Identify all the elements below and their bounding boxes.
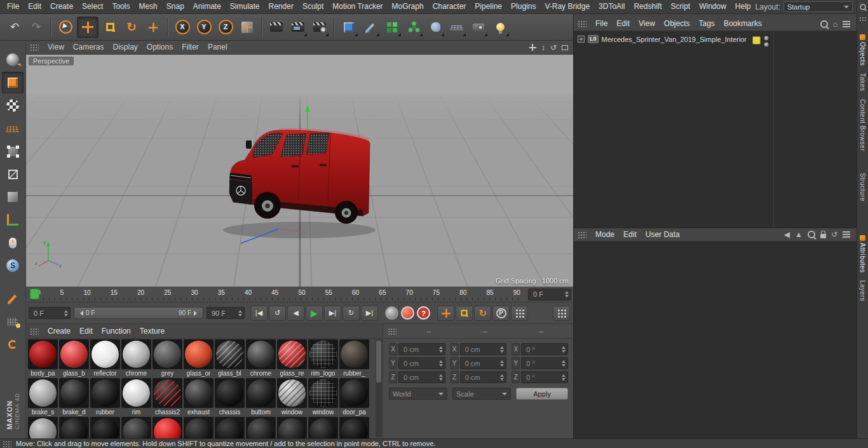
next-frame-button[interactable]: ▶| bbox=[324, 306, 341, 321]
edges-mode-button[interactable] bbox=[2, 163, 24, 185]
menu-create[interactable]: Create bbox=[46, 0, 78, 13]
render-view-button[interactable] bbox=[266, 17, 287, 37]
texture-mode-button[interactable] bbox=[2, 95, 24, 116]
add-light-button[interactable] bbox=[490, 17, 510, 37]
coord-rotation-z-field[interactable]: 0 ° bbox=[521, 371, 568, 383]
panel-drag-handle[interactable] bbox=[30, 44, 39, 51]
mode-select[interactable]: Scale bbox=[452, 388, 511, 400]
material-item[interactable] bbox=[214, 417, 245, 438]
live-selection-tool[interactable] bbox=[55, 17, 76, 37]
stepper-icon[interactable] bbox=[439, 374, 443, 381]
lock-x-button[interactable]: X bbox=[172, 17, 193, 37]
stepper-icon[interactable] bbox=[439, 346, 443, 353]
material-item[interactable]: body_pa bbox=[27, 339, 58, 377]
search-icon[interactable] bbox=[808, 231, 815, 238]
tab-content-browser[interactable]: Content Browser bbox=[859, 99, 866, 151]
material-item[interactable] bbox=[90, 417, 121, 438]
material-item[interactable]: window bbox=[308, 378, 339, 416]
scale-tool[interactable] bbox=[100, 17, 120, 37]
menu-3dtoall[interactable]: 3DToAll bbox=[594, 0, 629, 13]
coord-size-x-field[interactable]: 0 cm bbox=[460, 343, 507, 355]
material-item[interactable] bbox=[276, 417, 308, 438]
preview-range-slider[interactable]: 0 F 90 F bbox=[74, 307, 203, 319]
render-settings-button[interactable] bbox=[309, 17, 330, 37]
attribute-menu-mode[interactable]: Mode bbox=[591, 228, 619, 241]
menu-edit[interactable]: Edit bbox=[24, 0, 46, 13]
coord-rotation-x-field[interactable]: 0 ° bbox=[521, 343, 568, 355]
tab-attributes[interactable]: Attributes bbox=[859, 235, 866, 273]
material-item[interactable] bbox=[121, 417, 152, 438]
object-menu-objects[interactable]: Objects bbox=[660, 17, 695, 31]
autokey-button[interactable] bbox=[401, 306, 414, 320]
viewport-canvas[interactable]: Y x z Perspective Grid Spacing : 1000 cm bbox=[26, 55, 573, 287]
object-menu-tags[interactable]: Tags bbox=[695, 17, 719, 31]
material-item[interactable]: grey bbox=[152, 339, 183, 377]
add-floor-button[interactable] bbox=[447, 17, 467, 37]
range-start-field[interactable]: 0 F bbox=[29, 307, 71, 319]
timeline-ruler[interactable]: 051015202530354045505560657075808590 bbox=[28, 287, 526, 302]
magnet-tool-button[interactable] bbox=[2, 334, 24, 355]
menu-motion-tracker[interactable]: Motion Tracker bbox=[328, 0, 387, 13]
add-cube-button[interactable] bbox=[339, 17, 359, 37]
undo-button[interactable]: ↶ bbox=[4, 17, 25, 37]
add-volume-button[interactable] bbox=[425, 17, 445, 37]
pan-view-icon[interactable] bbox=[529, 44, 536, 51]
material-item[interactable] bbox=[183, 417, 214, 438]
add-simulation-button[interactable] bbox=[403, 17, 424, 37]
material-item[interactable]: glass_re bbox=[276, 339, 308, 377]
menu-animate[interactable]: Animate bbox=[189, 0, 226, 13]
stepper-icon[interactable] bbox=[562, 374, 566, 381]
coord-position-y-field[interactable]: 0 cm bbox=[398, 357, 445, 369]
menu-window[interactable]: Window bbox=[695, 0, 731, 13]
expand-icon[interactable] bbox=[578, 36, 585, 43]
menu-tools[interactable]: Tools bbox=[107, 0, 134, 13]
material-item[interactable]: chassis bbox=[214, 378, 245, 416]
object-menu-file[interactable]: File bbox=[591, 17, 612, 31]
menu-v-ray-bridge[interactable]: V-Ray Bridge bbox=[540, 0, 594, 13]
stepper-icon[interactable] bbox=[64, 310, 68, 316]
coordinate-system-button[interactable] bbox=[237, 17, 257, 37]
previous-frame-button[interactable]: ◀ bbox=[287, 306, 304, 321]
material-item[interactable]: reflector bbox=[90, 339, 121, 377]
coord-position-x-field[interactable]: 0 cm bbox=[398, 343, 445, 355]
material-item[interactable]: chrome bbox=[121, 339, 152, 377]
material-item[interactable]: brake_d bbox=[58, 378, 90, 416]
menu-plugins[interactable]: Plugins bbox=[506, 0, 540, 13]
stepper-icon[interactable] bbox=[238, 310, 242, 316]
lock-y-button[interactable]: Y bbox=[194, 17, 214, 37]
layer-color-chip[interactable] bbox=[752, 36, 761, 44]
search-icon[interactable] bbox=[820, 20, 828, 28]
goto-end-button[interactable]: ▶| bbox=[361, 306, 378, 321]
stepper-icon[interactable] bbox=[500, 374, 504, 381]
menu-file[interactable]: File bbox=[3, 0, 24, 13]
range-left-arrow-icon[interactable] bbox=[78, 311, 83, 316]
menu-redshift[interactable]: Redshift bbox=[629, 0, 666, 13]
material-item[interactable] bbox=[245, 417, 276, 438]
material-item[interactable]: rim bbox=[121, 378, 152, 416]
apply-button[interactable]: Apply bbox=[516, 388, 568, 400]
material-menu-texture[interactable]: Texture bbox=[135, 325, 169, 338]
material-item[interactable]: exhaust bbox=[183, 378, 214, 416]
viewport-menu-panel[interactable]: Panel bbox=[203, 41, 232, 54]
lock-z-button[interactable]: Z bbox=[215, 17, 236, 37]
keyframe-selection-button[interactable] bbox=[553, 306, 570, 321]
van-model[interactable] bbox=[217, 104, 382, 247]
material-item[interactable]: door_pa bbox=[339, 378, 370, 416]
modeling-tool-button[interactable] bbox=[2, 288, 24, 309]
viewport-menu-display[interactable]: Display bbox=[108, 41, 142, 54]
make-editable-button[interactable] bbox=[2, 49, 24, 71]
object-menu-bookmarks[interactable]: Bookmarks bbox=[719, 17, 766, 31]
attribute-menu-edit[interactable]: Edit bbox=[619, 228, 641, 241]
stepper-icon[interactable] bbox=[565, 291, 569, 297]
panel-drag-handle[interactable] bbox=[578, 20, 587, 27]
material-item[interactable] bbox=[152, 417, 183, 438]
object-list[interactable]: L0 Mercedes_Sprinter_Van_2019_Simple_Int… bbox=[574, 32, 857, 227]
menu-character[interactable]: Character bbox=[428, 0, 471, 13]
coord-rotation-y-field[interactable]: 0 ° bbox=[521, 357, 568, 369]
coord-size-z-field[interactable]: 0 cm bbox=[460, 371, 507, 383]
axis-lock-button[interactable] bbox=[2, 232, 24, 254]
material-item[interactable]: glass_or bbox=[183, 339, 214, 377]
stepper-icon[interactable] bbox=[562, 346, 566, 353]
range-right-arrow-icon[interactable] bbox=[194, 311, 200, 316]
add-camera-button[interactable] bbox=[468, 17, 489, 37]
